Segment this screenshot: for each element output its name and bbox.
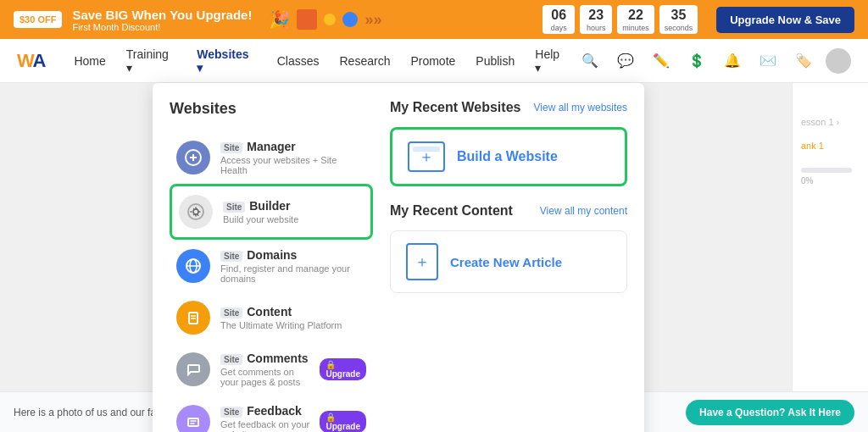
websites-dropdown: Websites Site Manager Access your websit… <box>153 83 644 432</box>
content-icon <box>176 301 210 335</box>
timer-hours: 23 hours <box>580 5 612 33</box>
svg-rect-10 <box>188 418 198 426</box>
site-menu-content[interactable]: Site Content The Ultimate Writing Platfo… <box>170 292 373 343</box>
nav-publish[interactable]: Publish <box>467 49 523 73</box>
arrow-icon: »» <box>364 11 381 29</box>
dot-shape-yellow <box>324 14 336 25</box>
recent-websites-title: My Recent Websites <box>390 100 520 115</box>
recent-content-header: My Recent Content View all my content <box>390 203 627 219</box>
nav-help[interactable]: Help ▾ <box>526 42 576 80</box>
dropdown-left-col: Websites Site Manager Access your websit… <box>170 100 373 432</box>
nav-research[interactable]: Research <box>331 49 399 73</box>
comments-upgrade-badge[interactable]: 🔒 Upgrade <box>320 358 366 380</box>
banner-decorations: 🎉 »» <box>262 9 532 30</box>
build-website-label: Build a Website <box>457 149 558 164</box>
main-navigation: WA Home Training ▾ Websites ▾ Classes Re… <box>0 39 868 83</box>
lesson-label: esson 1 › <box>801 117 860 127</box>
recent-websites-header: My Recent Websites View all my websites <box>390 100 627 115</box>
right-sidebar-peek: esson 1 › ank 1 0% <box>792 83 868 432</box>
mail-icon[interactable]: ✉️ <box>754 47 782 75</box>
manager-icon <box>176 141 210 174</box>
dropdown-title: Websites <box>170 100 373 118</box>
feedback-upgrade-badge[interactable]: 🔒 Upgrade <box>320 411 366 432</box>
nav-training[interactable]: Training ▾ <box>118 42 186 80</box>
banner-sub-text: First Month Discount! <box>72 22 252 32</box>
site-menu-domains[interactable]: Site Domains Find, register and manage y… <box>170 240 373 292</box>
rank-label: ank 1 <box>801 141 860 151</box>
build-website-box[interactable]: ＋ Build a Website <box>390 127 627 186</box>
progress-label-peek: 0% <box>801 176 860 186</box>
view-all-content-link[interactable]: View all my content <box>540 205 627 217</box>
upgrade-now-button[interactable]: Upgrade Now & Save <box>716 7 854 33</box>
site-menu-builder[interactable]: Site Builder Build your website <box>170 184 373 240</box>
create-article-label: Create New Article <box>450 255 562 269</box>
banner-main-text: Save BIG When You Upgrade! <box>72 8 252 22</box>
square-shape <box>297 9 317 30</box>
ask-question-button[interactable]: Have a Question? Ask It Here <box>686 400 854 425</box>
nav-promote[interactable]: Promote <box>402 49 464 73</box>
build-website-icon: ＋ <box>408 141 445 172</box>
create-article-icon: ＋ <box>406 243 438 280</box>
comments-icon <box>176 352 210 386</box>
builder-icon <box>179 195 213 229</box>
nav-websites[interactable]: Websites ▾ <box>188 42 264 80</box>
dropdown-right-col: My Recent Websites View all my websites … <box>390 100 627 432</box>
nav-items: Home Training ▾ Websites ▾ Classes Resea… <box>65 42 576 80</box>
party-icon: 🎉 <box>269 9 290 30</box>
create-article-box[interactable]: ＋ Create New Article <box>390 230 627 293</box>
bookmark-icon[interactable]: 🏷️ <box>790 47 817 75</box>
timer-days: 06 days <box>542 5 575 33</box>
nav-classes[interactable]: Classes <box>269 49 328 73</box>
dot-shape-blue <box>342 12 358 27</box>
search-icon[interactable]: 🔍 <box>576 47 604 75</box>
page-content: Websites Site Manager Access your websit… <box>0 83 868 432</box>
chat-icon[interactable]: 💬 <box>612 47 639 75</box>
edit-icon[interactable]: ✏️ <box>648 47 675 75</box>
timer-seconds: 35 seconds <box>659 5 698 33</box>
timer-minutes: 22 minutes <box>617 5 654 33</box>
logo[interactable]: WA <box>17 50 45 72</box>
user-avatar[interactable] <box>826 48 851 74</box>
recent-content-title: My Recent Content <box>390 203 513 219</box>
site-menu-manager[interactable]: Site Manager Access your websites + Site… <box>170 131 373 184</box>
dollar-icon[interactable]: 💲 <box>683 47 710 75</box>
nav-icon-bar: 🔍 💬 ✏️ 💲 🔔 ✉️ 🏷️ <box>576 47 851 75</box>
site-menu-feedback[interactable]: Site Feedback Get feedback on your websi… <box>170 396 373 432</box>
countdown-timer: 06 days 23 hours 22 minutes 35 seconds <box>542 5 698 33</box>
top-banner: $30 OFF Save BIG When You Upgrade! First… <box>0 0 868 39</box>
domains-icon <box>176 249 210 283</box>
progress-bar-peek <box>801 168 852 173</box>
feedback-icon <box>176 405 210 432</box>
discount-badge: $30 OFF <box>14 11 62 28</box>
view-all-websites-link[interactable]: View all my websites <box>534 102 627 114</box>
bell-icon[interactable]: 🔔 <box>719 47 746 75</box>
nav-home[interactable]: Home <box>65 49 114 73</box>
site-menu-comments[interactable]: Site Comments Get comments on your pages… <box>170 343 373 396</box>
